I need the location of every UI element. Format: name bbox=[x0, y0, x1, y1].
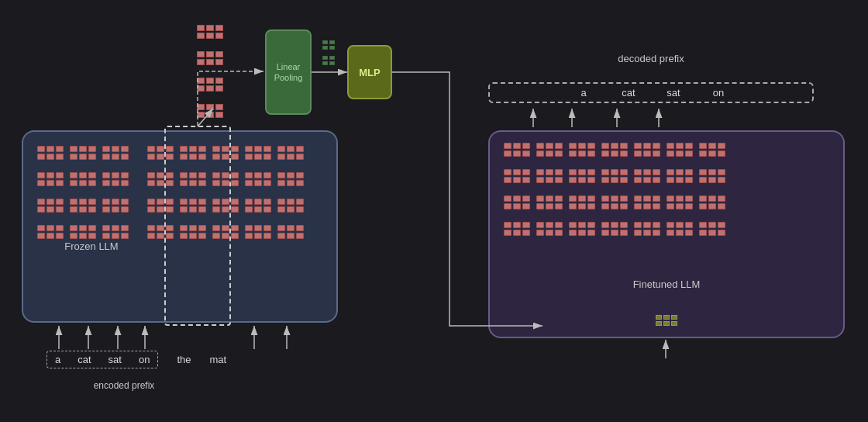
mlp-box: MLP bbox=[347, 45, 392, 99]
token-block bbox=[699, 143, 725, 157]
token-block bbox=[504, 222, 530, 236]
token-block bbox=[569, 143, 595, 157]
token-block bbox=[70, 225, 96, 239]
decoded-word-sat: sat bbox=[662, 87, 685, 99]
token-block bbox=[102, 172, 129, 186]
token-block bbox=[666, 169, 693, 183]
top-tokens-column bbox=[197, 25, 223, 118]
token-block bbox=[666, 195, 693, 209]
decoded-word-a: a bbox=[572, 87, 595, 99]
token-block bbox=[634, 169, 660, 183]
token-block bbox=[37, 225, 64, 239]
token-block bbox=[245, 199, 271, 213]
token-block bbox=[634, 143, 660, 157]
decoded-prefix-box: a cat sat on bbox=[488, 82, 814, 103]
encoded-word-sat: sat bbox=[108, 354, 122, 365]
encoded-prefix-words-row: a cat sat on the mat bbox=[46, 351, 226, 368]
token-block bbox=[569, 195, 595, 209]
token-block bbox=[70, 146, 96, 160]
encoded-prefix-box: a cat sat on bbox=[46, 351, 158, 368]
token-block bbox=[504, 143, 530, 157]
token-block bbox=[102, 146, 129, 160]
decoded-prefix-label: decoded prefix bbox=[488, 53, 814, 64]
mlp-label: MLP bbox=[359, 67, 380, 78]
decoded-word-on: on bbox=[707, 87, 730, 99]
token-block bbox=[536, 143, 563, 157]
token-block bbox=[536, 222, 563, 236]
token-block bbox=[245, 146, 271, 160]
decoded-word-cat: cat bbox=[617, 87, 640, 99]
token-block bbox=[601, 222, 628, 236]
token-block bbox=[277, 225, 304, 239]
token-block bbox=[37, 146, 64, 160]
token-block bbox=[277, 146, 304, 160]
token-block bbox=[536, 195, 563, 209]
token-block bbox=[569, 222, 595, 236]
token-block bbox=[634, 222, 660, 236]
token-block bbox=[634, 195, 660, 209]
selected-column-dashed-box bbox=[164, 126, 231, 326]
encoded-word-mat: mat bbox=[209, 354, 226, 365]
frozen-llm-label: Frozen LLM bbox=[22, 240, 161, 252]
finetuned-llm-box: Finetuned LLM bbox=[488, 130, 845, 338]
token-block bbox=[504, 195, 530, 209]
finetuned-llm-label: Finetuned LLM bbox=[633, 278, 701, 290]
encoded-prefix-label: encoded prefix bbox=[46, 380, 202, 391]
token-block bbox=[699, 169, 725, 183]
token-block bbox=[37, 199, 64, 213]
token-block bbox=[277, 199, 304, 213]
token-block bbox=[277, 172, 304, 186]
token-block bbox=[666, 222, 693, 236]
encoded-word-a: a bbox=[55, 354, 60, 365]
token-block bbox=[245, 225, 271, 239]
output-token bbox=[656, 315, 677, 326]
token-block bbox=[601, 195, 628, 209]
token-block bbox=[245, 172, 271, 186]
token-block bbox=[504, 169, 530, 183]
token-block bbox=[666, 143, 693, 157]
token-block bbox=[102, 225, 129, 239]
linear-pooling-label: Linear Pooling bbox=[274, 61, 303, 84]
encoded-word-the: the bbox=[177, 354, 191, 365]
token-block bbox=[601, 143, 628, 157]
token-block bbox=[601, 169, 628, 183]
linear-pooling-box: Linear Pooling bbox=[265, 29, 312, 115]
encoded-word-on: on bbox=[139, 354, 150, 365]
token-block bbox=[536, 169, 563, 183]
pooling-output-tokens bbox=[322, 40, 335, 65]
encoded-word-cat: cat bbox=[78, 354, 91, 365]
token-block bbox=[569, 169, 595, 183]
token-block bbox=[70, 172, 96, 186]
token-block bbox=[102, 199, 129, 213]
token-block bbox=[699, 222, 725, 236]
token-block bbox=[70, 199, 96, 213]
token-block bbox=[699, 195, 725, 209]
token-block bbox=[37, 172, 64, 186]
